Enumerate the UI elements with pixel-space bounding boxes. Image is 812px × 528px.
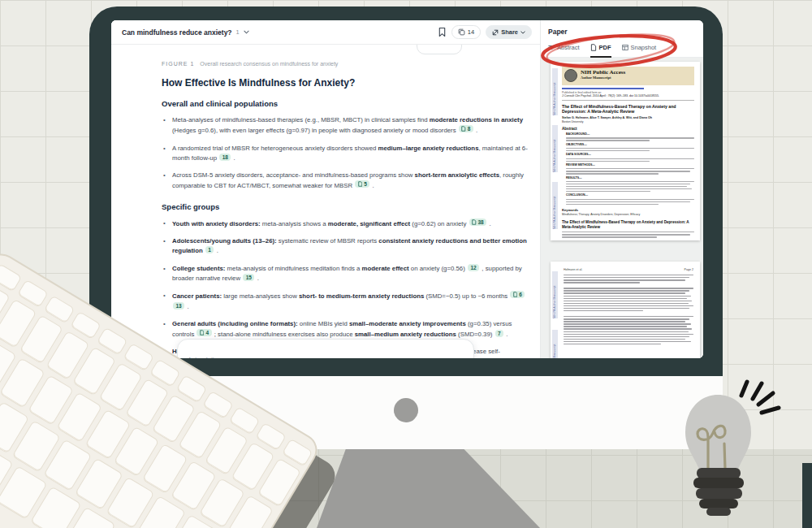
answer-document: FIGURE 1Overall research consensus on mi… [162, 45, 529, 358]
figure-label: FIGURE 1 [162, 61, 194, 67]
chevron-down-icon [520, 31, 525, 34]
manuscript-link-line [562, 88, 644, 89]
citation-badge[interactable]: 12 [468, 264, 479, 271]
document-icon [590, 44, 597, 51]
citation-badge[interactable]: 15 [243, 274, 254, 281]
page-title: How Effective Is Mindfulness for Anxiety… [162, 77, 529, 89]
bullet: A randomized trial of MBSR for heterogen… [162, 144, 529, 164]
citation-badge[interactable]: 13 [173, 302, 184, 309]
citation-badge[interactable]: 18 [219, 154, 231, 161]
citation-badge[interactable]: 38 [469, 219, 487, 226]
pdf-page-1[interactable]: NIH-PA Author Manuscript NIH-PA Author M… [551, 62, 700, 240]
abstract-heading: Abstract [562, 127, 694, 131]
manuscript-sidebar-text: NIH-PA Author Manuscript [552, 68, 558, 115]
corner-accent [802, 463, 812, 528]
bullet: Meta-analyses of mindfulness-based thera… [162, 115, 529, 136]
paper-affiliation: Boston University [562, 120, 694, 123]
citation-badge[interactable]: 7 [495, 330, 504, 337]
document-icon [513, 292, 518, 297]
nih-seal-icon [564, 69, 577, 82]
page1-body-lines [562, 232, 694, 238]
tab-abstract[interactable]: Abstract [548, 37, 580, 57]
keyboard-key [0, 263, 22, 292]
desk-scene: Can mindfulness reduce anxiety? 1 [0, 0, 812, 528]
share-button[interactable]: Share [486, 25, 532, 39]
app-window: Can mindfulness reduce anxiety? 1 [111, 20, 703, 358]
share-icon [492, 29, 499, 36]
paper-title-repeat: The Effect of Mindfulness-Based Therapy … [562, 220, 694, 230]
figure-caption: FIGURE 1Overall research consensus on mi… [162, 61, 529, 67]
bulb-base [693, 468, 744, 516]
thread-title: Can mindfulness reduce anxiety? [122, 28, 232, 37]
followup-input[interactable] [177, 339, 474, 358]
section-heading: Overall and clinical populations [162, 99, 529, 108]
paper-title: The Effect of Mindfulness-Based Therapy … [562, 104, 694, 115]
citation-line: J Consult Clin Psychol. 2010 April ; 78(… [562, 94, 694, 98]
bullet: Cancer patients: large meta-analyses sho… [162, 291, 529, 312]
chevron-down-icon[interactable] [244, 30, 249, 34]
document-icon [358, 181, 363, 187]
nih-brand: NIH Public Access [581, 69, 691, 76]
sparkle-dashes [741, 382, 779, 413]
nih-subtitle: Author Manuscript [581, 76, 691, 80]
bullet-list: Youth with anxiety disorders: meta-analy… [162, 219, 529, 358]
document-icon [461, 126, 466, 132]
section-heading: Specific groups [162, 202, 529, 211]
thread-count: 1 [236, 28, 240, 36]
citation-badge[interactable]: 1 [205, 246, 214, 253]
bullet: Across DSM-5 anxiety disorders, acceptan… [162, 171, 529, 192]
paper-authors: Stefan G. Hofmann, Alice T. Sawyer, Ashl… [562, 116, 694, 119]
lightbulb-illustration [676, 375, 785, 528]
document-icon [472, 219, 477, 225]
tab-snapshot[interactable]: Snapshot [622, 37, 657, 57]
abstract-paragraphs: BACKGROUND—OBJECTIVES—DATA SOURCES—REVIE… [562, 132, 694, 205]
citation-badge[interactable]: 5 [355, 180, 369, 188]
panel-title: Paper [541, 20, 703, 36]
bullet: Youth with anxiety disorders: meta-analy… [162, 219, 529, 229]
citation-badge[interactable]: 4 [197, 329, 211, 336]
copy-icon [458, 28, 465, 36]
nih-header-band: NIH Public Access Author Manuscript [562, 67, 694, 85]
paper-tabs: AbstractPDFSnapshot [541, 37, 703, 58]
bullet: Adolescents/young adults (13–26): system… [162, 236, 529, 257]
keywords-heading: Keywords [562, 208, 694, 212]
paper-panel: Paper AbstractPDFSnapshot NIH-PA Author … [540, 20, 703, 358]
bulb-glass [685, 395, 751, 470]
toolbar: Can mindfulness reduce anxiety? 1 [111, 20, 540, 45]
bullet-list: Meta-analyses of mindfulness-based thera… [162, 115, 529, 192]
copy-count-button[interactable]: 14 [451, 25, 481, 39]
page2-header: Hofmann et al. Page 2 [564, 268, 693, 271]
tab-pdf[interactable]: PDF [590, 37, 611, 57]
pdf-preview[interactable]: NIH-PA Author Manuscript NIH-PA Author M… [541, 58, 703, 358]
keywords-text: Mindfulness; Therapy; Anxiety Disorders;… [562, 213, 694, 216]
page2-body-lines [564, 275, 693, 344]
main-content: Can mindfulness reduce anxiety? 1 [111, 20, 540, 358]
snapshot-icon [622, 44, 628, 51]
share-label: Share [501, 28, 518, 36]
citation-badge[interactable]: 6 [510, 291, 525, 298]
bullet: General adults (including online formats… [162, 319, 529, 340]
bullet: College students: meta-analysis of mindf… [162, 264, 529, 284]
document-icon [200, 330, 205, 335]
pdf-page-2[interactable]: NIH-PA Author Manuscript NIH-PA Author M… [551, 262, 700, 358]
doc-sections: Overall and clinical populationsMeta-ana… [162, 99, 529, 358]
copy-count: 14 [468, 28, 474, 36]
monitor-logo-circle [394, 398, 418, 422]
list-icon [548, 44, 555, 51]
bookmark-icon[interactable] [438, 27, 447, 37]
citation-badge[interactable]: 8 [459, 125, 473, 132]
